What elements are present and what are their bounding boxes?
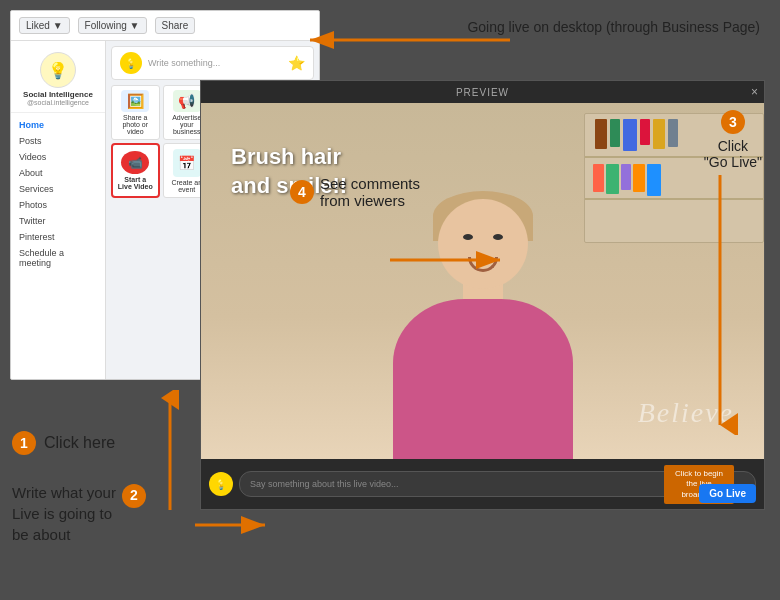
shelf-books-top bbox=[595, 119, 678, 151]
fb-page-handle: @social.intelligence bbox=[27, 99, 89, 106]
preview-avatar: 💡 bbox=[209, 472, 233, 496]
number-1-circle: 1 bbox=[12, 431, 36, 455]
number-3-circle: 3 bbox=[721, 110, 745, 134]
number-2-circle: 2 bbox=[122, 484, 146, 508]
share-button[interactable]: Share bbox=[155, 17, 196, 34]
nav-schedule[interactable]: Schedule a meeting bbox=[11, 245, 105, 271]
nav-photos[interactable]: Photos bbox=[11, 197, 105, 213]
event-icon: 📅 bbox=[173, 149, 201, 177]
annotation-1: 1 Click here bbox=[12, 431, 115, 455]
write-about-text: Write what yourLive is going tobe about bbox=[12, 482, 116, 545]
share-photo-icon: 🖼️ bbox=[121, 90, 149, 112]
person-body bbox=[393, 299, 573, 459]
click-here-text: Click here bbox=[44, 434, 115, 452]
write-star-icon: ⭐ bbox=[288, 55, 305, 71]
shelf-line-2 bbox=[585, 198, 763, 200]
fb-sidebar: 💡 Social Intelligence @social.intelligen… bbox=[11, 41, 106, 379]
preview-topbar: PREVIEW × bbox=[201, 81, 764, 103]
main-container: Liked ▼ Following ▼ Share 💡 Social Intel… bbox=[0, 0, 780, 600]
believe-sign: Believe bbox=[638, 397, 734, 429]
advertise-icon: 📢 bbox=[173, 90, 201, 112]
live-video-label: Start a Live Video bbox=[117, 176, 154, 190]
live-video-icon: 📹 bbox=[121, 151, 149, 174]
start-live-video-button[interactable]: 📹 Start a Live Video bbox=[111, 143, 160, 198]
fb-write-placeholder[interactable]: Write something... bbox=[148, 58, 220, 68]
eye-right bbox=[493, 234, 503, 240]
liked-button[interactable]: Liked ▼ bbox=[19, 17, 70, 34]
preview-bottom: 💡 Say something about this live video...… bbox=[201, 459, 764, 509]
fb-logo: 💡 bbox=[40, 52, 76, 88]
annotation-3: 3 Click"Go Live" bbox=[704, 110, 762, 170]
nav-twitter[interactable]: Twitter bbox=[11, 213, 105, 229]
person-head bbox=[438, 199, 528, 289]
click-go-live-text: Click"Go Live" bbox=[704, 138, 762, 170]
nav-home[interactable]: Home bbox=[11, 117, 105, 133]
nav-services[interactable]: Services bbox=[11, 181, 105, 197]
arrow-to-preview-input bbox=[195, 505, 275, 545]
person-smile bbox=[468, 257, 498, 272]
person-eyes bbox=[463, 234, 503, 240]
close-icon[interactable]: × bbox=[751, 85, 758, 99]
annotation-2: Write what yourLive is going tobe about … bbox=[12, 482, 146, 545]
fb-write-box: 💡 Write something... ⭐ bbox=[111, 46, 314, 80]
eye-left bbox=[463, 234, 473, 240]
see-comments-text: See commentsfrom viewers bbox=[320, 175, 420, 209]
nav-about[interactable]: About bbox=[11, 165, 105, 181]
preview-area: PREVIEW × bbox=[200, 80, 765, 510]
shelf-books-mid bbox=[593, 164, 661, 196]
person-figure bbox=[393, 199, 573, 459]
annotation-going-live: Going live on desktop (through Business … bbox=[467, 18, 760, 38]
fb-page-name: Social Intelligence bbox=[23, 90, 93, 99]
share-photo-video[interactable]: 🖼️ Share a photo or video bbox=[111, 85, 160, 140]
following-button[interactable]: Following ▼ bbox=[78, 17, 147, 34]
preview-label: PREVIEW bbox=[456, 87, 509, 98]
annotation-4: 4 See commentsfrom viewers bbox=[290, 175, 420, 209]
go-live-button[interactable]: Go Live bbox=[699, 484, 756, 503]
fb-profile: 💡 Social Intelligence @social.intelligen… bbox=[11, 46, 105, 113]
fb-write-avatar: 💡 bbox=[120, 52, 142, 74]
nav-videos[interactable]: Videos bbox=[11, 149, 105, 165]
preview-video: Believe Brush hairand smile!! bbox=[201, 103, 764, 459]
number-4-circle: 4 bbox=[290, 180, 314, 204]
nav-posts[interactable]: Posts bbox=[11, 133, 105, 149]
fb-topbar: Liked ▼ Following ▼ Share bbox=[11, 11, 319, 41]
nav-pinterest[interactable]: Pinterest bbox=[11, 229, 105, 245]
